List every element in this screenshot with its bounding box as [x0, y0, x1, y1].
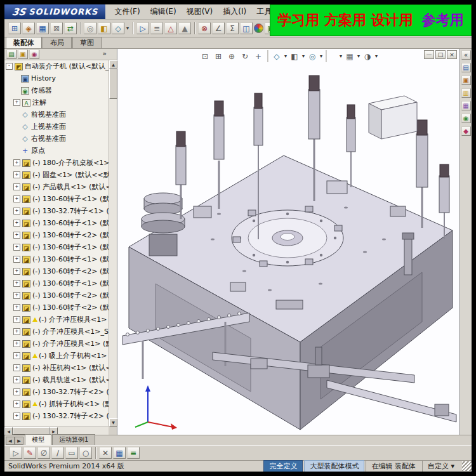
circle-tool-button[interactable]: ○ — [79, 447, 92, 459]
tree-item[interactable]: +◪(-) 介子冲压模具<1> (默认... — [4, 338, 109, 350]
view-settings-button[interactable]: ◑ — [361, 50, 374, 62]
line-tool-button[interactable]: ∕ — [51, 447, 64, 459]
new-motion-study-button[interactable]: ▷ — [136, 22, 149, 34]
tree-item[interactable]: ◉传感器 — [4, 84, 109, 96]
rotate-view-button[interactable]: ↻ — [239, 50, 251, 62]
dropdown-arrow-icon[interactable]: ▾ — [375, 53, 378, 59]
tree-item[interactable]: +◪(-) 抓转子机构<1> (默认<... — [4, 398, 109, 410]
command-tab[interactable]: 草图 — [72, 37, 102, 48]
select-tool-button[interactable]: ▷ — [10, 447, 22, 459]
mate-button[interactable]: ◈ — [22, 22, 35, 34]
propertymanager-tab-icon[interactable]: ▣ — [18, 50, 28, 59]
doc-minimize-button[interactable]: — — [424, 50, 434, 59]
move-component-button[interactable]: ⇄ — [64, 22, 77, 34]
bottom-tab[interactable]: 运动算例1 — [52, 434, 95, 445]
dropdown-arrow-icon[interactable]: ▾ — [284, 53, 287, 59]
tree-expander[interactable]: + — [13, 195, 20, 202]
resize-grip[interactable] — [462, 461, 472, 471]
tree-expander[interactable]: + — [13, 256, 20, 263]
tree-expander[interactable]: + — [13, 220, 20, 227]
mass-properties-button[interactable]: Σ — [226, 22, 239, 34]
zoom-in-out-button[interactable]: ⊕ — [225, 50, 238, 62]
doc-restore-button[interactable]: □ — [435, 50, 446, 59]
tab-scroll-right-button[interactable]: ▶ — [15, 437, 23, 445]
dropdown-arrow-icon[interactable]: ▾ — [340, 53, 342, 59]
interference-detection-button[interactable]: ⊗ — [198, 22, 211, 34]
tree-item[interactable]: +◪(-) 补压机构<1> (默认<默... — [4, 362, 109, 374]
bottom-tab[interactable]: 模型 — [25, 434, 51, 445]
design-library-icon[interactable]: ▣ — [461, 76, 471, 85]
section-view-button[interactable]: ◫ — [240, 22, 253, 34]
tree-expander[interactable]: + — [13, 280, 20, 287]
tree-item[interactable]: +◪(-) 130-60转子<1> (默认<... — [4, 193, 109, 205]
tree-item[interactable]: +◪(-) 介子冲压模具<1> (默... — [4, 314, 109, 326]
tree-expander[interactable]: - — [6, 63, 13, 70]
tree-expander[interactable]: + — [13, 352, 20, 359]
custom-properties-icon[interactable]: ◆ — [461, 126, 471, 136]
trim-entities-button[interactable]: ✕ — [99, 447, 112, 459]
reference-geometry-button[interactable]: ◇ — [112, 22, 124, 34]
bill-of-materials-button[interactable]: ≡ — [150, 22, 163, 34]
tree-expander[interactable]: + — [13, 159, 20, 166]
vertical-scroll-thumb[interactable] — [109, 69, 117, 99]
instant3d-button[interactable]: ▲ — [178, 22, 191, 34]
tree-item[interactable]: +◪(-) 130-60转子<2> (默认<... — [4, 265, 109, 277]
tree-item[interactable]: +◪(-) 130-32.7转子<1> (默... — [4, 205, 109, 217]
menu-item[interactable]: 编辑(E) — [145, 5, 182, 18]
scroll-up-button[interactable]: ▲ — [109, 60, 117, 69]
tab-scroll-left-button[interactable]: ◀ — [6, 437, 15, 445]
zoom-to-area-button[interactable]: ⊞ — [212, 50, 225, 62]
tree-item[interactable]: +◪(-) 130-32.7转子<2> (默... — [4, 386, 109, 398]
view-palette-icon[interactable]: ▦ — [461, 101, 471, 110]
show-hidden-components-button[interactable]: ◎ — [84, 22, 96, 34]
apply-scene-button[interactable]: ▦ — [343, 50, 356, 62]
tree-item[interactable]: +◪(-) 130-32.7转子<2> (默... — [4, 410, 109, 422]
hide-show-items-button[interactable]: ◎ — [306, 50, 319, 62]
tree-expander[interactable]: + — [13, 232, 20, 239]
measure-button[interactable]: ∠ — [212, 22, 225, 34]
tree-item[interactable]: +◪(-) 介子冲压模具<1>_SDAJ... — [4, 326, 109, 338]
file-explorer-icon[interactable]: ▥ — [461, 88, 471, 98]
tree-item[interactable]: +◪(-) 130-60转子<2> (默认<... — [4, 301, 109, 314]
smart-dimension-button[interactable]: ∅ — [37, 447, 50, 459]
collapse-taskpane-button[interactable]: « — [461, 50, 471, 60]
pan-button[interactable]: + — [252, 50, 265, 62]
rectangle-tool-button[interactable]: ▭ — [65, 447, 78, 459]
tree-expander[interactable]: + — [13, 376, 20, 383]
tree-item[interactable]: +原点 — [4, 145, 109, 157]
tree-expander[interactable]: + — [13, 316, 20, 323]
linear-component-pattern-button[interactable]: ▦ — [36, 22, 49, 34]
scroll-down-button[interactable]: ▼ — [109, 418, 117, 426]
edit-appearance-toolbar-button[interactable] — [254, 23, 263, 33]
dropdown-arrow-icon[interactable]: ▾ — [302, 53, 305, 59]
display-style-button[interactable]: ◧ — [288, 50, 301, 62]
tree-item[interactable]: +◪(-) 130-60转子<1> (默认<... — [4, 241, 109, 253]
featuremanager-tab-icon[interactable]: ▤ — [6, 50, 17, 59]
tree-expander[interactable]: + — [13, 292, 20, 299]
configurationmanager-tab-icon[interactable]: ◉ — [29, 50, 39, 59]
cad-model-svg[interactable] — [117, 49, 459, 435]
smart-fasteners-button[interactable]: ⊠ — [50, 22, 63, 34]
tree-expander[interactable]: + — [13, 340, 20, 347]
tree-expander[interactable]: + — [13, 268, 20, 275]
tree-item[interactable]: -◩自动装介子机 (默认<默认_显示... — [4, 60, 109, 72]
zoom-to-fit-button[interactable]: ⊡ — [199, 50, 211, 62]
tree-expander[interactable]: + — [13, 244, 20, 251]
tree-item[interactable]: +◪(-) 载具轨道<1> (默认<... — [4, 374, 109, 386]
tree-item[interactable]: +A注解 — [4, 96, 109, 109]
tree-item[interactable]: ▣History — [4, 72, 109, 84]
tree-item[interactable]: +◪(-) 130-60转子<1> (默认<... — [4, 253, 109, 265]
appearances-scenes-icon[interactable]: ◉ — [461, 114, 471, 123]
tree-expander[interactable]: + — [13, 413, 20, 420]
menu-item[interactable]: 视图(V) — [182, 5, 218, 18]
tree-item[interactable]: +◪(-) 130-60转子<2> (默认<... — [4, 289, 109, 301]
dropdown-arrow-icon[interactable]: ▾ — [320, 53, 322, 59]
tree-vertical-scrollbar[interactable]: ▲ ▼ — [109, 60, 117, 426]
dropdown-arrow-icon[interactable]: ▾ — [357, 53, 360, 59]
exploded-view-button[interactable]: △ — [164, 22, 177, 34]
status-segment[interactable]: 自定义 ▾ — [422, 461, 459, 472]
tree-expander[interactable]: + — [13, 364, 20, 371]
panel-overflow-chevron-icon[interactable]: » — [102, 50, 107, 58]
tree-item[interactable]: ◇上视基准面 — [4, 121, 109, 133]
insert-components-button[interactable]: ⊞ — [8, 22, 21, 34]
